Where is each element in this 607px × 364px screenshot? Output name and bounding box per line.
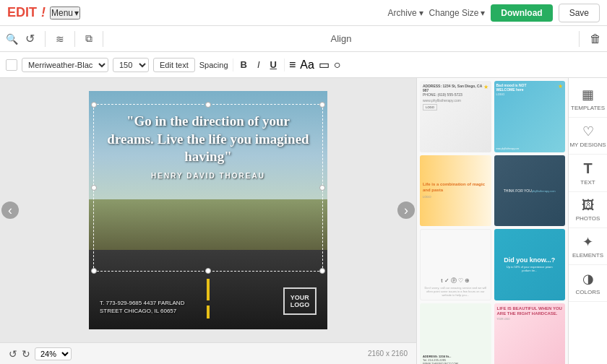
change-size-label: Change Size <box>429 8 479 18</box>
copy-icon[interactable]: ⧉ <box>85 32 92 45</box>
template-item-6[interactable]: Did you know...? Up to 50% of your exper… <box>494 229 566 300</box>
top-navbar: EDIT ! Menu ▾ Archive ▾ Change Size ▾ Do… <box>0 0 607 26</box>
nav-right: Archive ▾ Change Size ▾ Download Save <box>388 4 600 22</box>
archive-chevron-icon: ▾ <box>419 8 423 18</box>
delete-icon[interactable]: 🗑 <box>590 32 601 46</box>
elements-icon: ✦ <box>582 234 593 250</box>
template-item-4[interactable]: THINK FOR YOU phyllistherapy.com <box>494 155 566 227</box>
menu-label: Menu <box>51 8 73 18</box>
text-label: TEXT <box>580 179 595 186</box>
canvas-container[interactable]: "Go in the direction of your dreams. Liv… <box>89 91 327 329</box>
italic-button[interactable]: I <box>254 58 263 72</box>
sidebar-item-templates[interactable]: ▦ TEMPLATES <box>569 81 607 118</box>
format-bar: Merriweather-Black 150 Edit text Spacing… <box>0 52 607 78</box>
font-size-select[interactable]: 150 <box>113 58 149 72</box>
template-panel: ADDRESS: 1234 St, San Diego, CA 987 PHON… <box>416 78 568 364</box>
format-separator-1 <box>233 58 233 72</box>
undo-icon[interactable]: ↺ <box>25 32 35 46</box>
canvas-bottom-bar: ↺ ↻ 24% 2160 x 2160 <box>0 342 416 364</box>
brand-italic: ! <box>41 5 46 20</box>
nav-left: EDIT ! Menu ▾ <box>7 5 80 20</box>
sidebar-item-photos[interactable]: 🖼 PHOTOS <box>569 192 607 228</box>
toolbar-separator-2 <box>74 31 75 47</box>
canvas-image: "Go in the direction of your dreams. Liv… <box>89 91 327 329</box>
main-content: "Go in the direction of your dreams. Liv… <box>0 78 607 364</box>
photos-label: PHOTOS <box>576 215 600 222</box>
canvas-next-arrow[interactable]: › <box>397 202 415 219</box>
canvas-undo-button[interactable]: ↺ <box>9 348 17 360</box>
zoom-out-icon[interactable]: 🔍 <box>6 33 18 45</box>
menu-chevron-icon: ▾ <box>74 8 79 18</box>
colors-icon: ◑ <box>582 271 594 287</box>
canvas-footer: T. 773-929-9685 4437 FARLANDSTREET CHICA… <box>100 287 317 315</box>
menu-button[interactable]: Menu ▾ <box>50 6 80 20</box>
templates-icon: ▦ <box>582 87 594 103</box>
my-designs-label: MY DESIGNS <box>569 142 606 148</box>
align-left-icon[interactable]: ≡ <box>289 58 296 72</box>
toolbar-separator-1 <box>45 31 46 47</box>
canvas-author-text: HENRY DAVID THOREAU <box>103 172 313 180</box>
spacing-button[interactable]: Spacing <box>199 61 228 69</box>
template-item-2[interactable]: Bad mood is NOT WELCOME here LOGO ★ www.… <box>494 81 566 152</box>
text-icon: T <box>583 160 592 177</box>
canvas-area: "Go in the direction of your dreams. Liv… <box>0 78 416 364</box>
download-button[interactable]: Download <box>491 4 552 22</box>
sidebar-item-my-designs[interactable]: ♡ MY DESIGNS <box>569 118 607 155</box>
template-grid: ADDRESS: 1234 St, San Diego, CA 987 PHON… <box>417 78 568 364</box>
underline-button[interactable]: U <box>267 58 280 72</box>
sidebar-item-colors[interactable]: ◑ COLORS <box>569 265 607 302</box>
format-separator-2 <box>284 58 285 72</box>
canvas-quote-text: "Go in the direction of your dreams. Liv… <box>103 113 313 166</box>
template-item-8[interactable]: LIFE IS BEAUTIFUL WHEN YOU ARE THE RIGHT… <box>494 303 566 365</box>
template-item-3[interactable]: Life is a combination of magic and pasta… <box>420 155 491 227</box>
toolbar: 🔍 ↺ ≋ ⧉ Align 🗑 <box>0 26 607 52</box>
font-case-icon[interactable]: Aa <box>300 58 314 72</box>
layers-icon[interactable]: ≋ <box>56 33 64 45</box>
elements-label: ELEMENTS <box>572 252 603 259</box>
canvas-logo: YOURLOGO <box>283 287 317 315</box>
canvas-prev-arrow[interactable]: ‹ <box>1 202 19 219</box>
template-item-7[interactable]: ADDRESS: 1234 St... Tel. 214-235-2285 WW… <box>420 303 491 365</box>
save-button[interactable]: Save <box>559 4 600 22</box>
canvas-redo-button[interactable]: ↻ <box>22 348 30 360</box>
toolbar-separator-4 <box>579 31 580 47</box>
font-family-select[interactable]: Merriweather-Black <box>22 58 108 72</box>
canvas-dimensions: 2160 x 2160 <box>368 350 408 358</box>
zoom-select[interactable]: 24% <box>35 347 72 360</box>
archive-button[interactable]: Archive ▾ <box>388 8 423 18</box>
terrain-background <box>89 199 327 257</box>
sidebar-item-text[interactable]: T TEXT <box>569 155 607 192</box>
archive-label: Archive <box>388 8 417 18</box>
template-item-1[interactable]: ADDRESS: 1234 St, San Diego, CA 987 PHON… <box>420 81 491 152</box>
edit-text-button[interactable]: Edit text <box>153 58 195 72</box>
shapes-icon[interactable]: ○ <box>334 58 341 72</box>
my-designs-icon: ♡ <box>582 124 594 139</box>
template-item-5[interactable]: t ✓ ⓟ ♡ ⊕ Don't worry, call our amazing … <box>420 229 491 300</box>
change-size-chevron-icon: ▾ <box>481 8 485 18</box>
change-size-button[interactable]: Change Size ▾ <box>429 8 486 18</box>
bold-button[interactable]: B <box>238 58 250 72</box>
canvas-text-overlay: "Go in the direction of your dreams. Liv… <box>103 113 313 180</box>
colors-label: COLORS <box>576 289 600 295</box>
brand-logo: EDIT <box>7 5 37 20</box>
templates-label: TEMPLATES <box>571 105 605 111</box>
align-label: Align <box>113 33 569 44</box>
sidebar-item-elements[interactable]: ✦ ELEMENTS <box>569 228 607 265</box>
right-sidebar: ▦ TEMPLATES ♡ MY DESIGNS T TEXT 🖼 PHOTOS… <box>568 78 607 364</box>
canvas-wrapper: "Go in the direction of your dreams. Liv… <box>0 78 416 342</box>
canvas-controls-left: ↺ ↻ 24% <box>9 347 72 360</box>
text-box-icon[interactable]: ▭ <box>319 58 330 72</box>
checkbox[interactable] <box>6 59 17 71</box>
canvas-address: T. 773-929-9685 4437 FARLANDSTREET CHICA… <box>100 299 184 315</box>
photos-icon: 🖼 <box>582 198 595 213</box>
toolbar-separator-3 <box>103 31 103 47</box>
